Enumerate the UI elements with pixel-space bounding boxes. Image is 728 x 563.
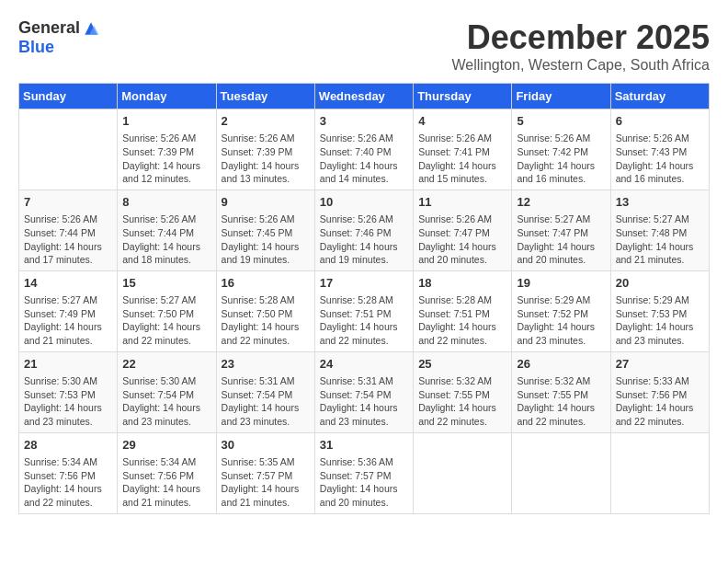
- calendar-cell: 17Sunrise: 5:28 AM Sunset: 7:51 PM Dayli…: [314, 270, 413, 351]
- header-wednesday: Wednesday: [314, 84, 413, 109]
- day-number: 19: [517, 275, 605, 292]
- calendar-cell: 11Sunrise: 5:26 AM Sunset: 7:47 PM Dayli…: [414, 190, 512, 270]
- day-info: Sunrise: 5:26 AM Sunset: 7:42 PM Dayligh…: [517, 132, 605, 186]
- calendar-week-row: 14Sunrise: 5:27 AM Sunset: 7:49 PM Dayli…: [19, 270, 710, 351]
- day-number: 31: [320, 437, 408, 454]
- day-info: Sunrise: 5:32 AM Sunset: 7:55 PM Dayligh…: [418, 374, 506, 429]
- day-info: Sunrise: 5:28 AM Sunset: 7:50 PM Dayligh…: [222, 293, 310, 348]
- calendar-cell: 7Sunrise: 5:26 AM Sunset: 7:44 PM Daylig…: [19, 190, 118, 270]
- day-info: Sunrise: 5:26 AM Sunset: 7:44 PM Dayligh…: [24, 213, 112, 267]
- day-info: Sunrise: 5:29 AM Sunset: 7:53 PM Dayligh…: [616, 293, 704, 348]
- day-info: Sunrise: 5:26 AM Sunset: 7:39 PM Dayligh…: [122, 132, 210, 186]
- day-info: Sunrise: 5:31 AM Sunset: 7:54 PM Dayligh…: [320, 374, 408, 429]
- calendar-cell: 21Sunrise: 5:30 AM Sunset: 7:53 PM Dayli…: [19, 351, 118, 432]
- day-info: Sunrise: 5:26 AM Sunset: 7:43 PM Dayligh…: [616, 132, 704, 186]
- calendar-week-row: 28Sunrise: 5:34 AM Sunset: 7:56 PM Dayli…: [19, 432, 710, 513]
- calendar-cell: 31Sunrise: 5:36 AM Sunset: 7:57 PM Dayli…: [314, 432, 413, 513]
- day-info: Sunrise: 5:26 AM Sunset: 7:41 PM Dayligh…: [418, 132, 506, 186]
- calendar-cell: 18Sunrise: 5:28 AM Sunset: 7:51 PM Dayli…: [414, 270, 512, 351]
- calendar-cell: 19Sunrise: 5:29 AM Sunset: 7:52 PM Dayli…: [512, 270, 610, 351]
- day-number: 27: [616, 356, 704, 373]
- day-info: Sunrise: 5:27 AM Sunset: 7:50 PM Dayligh…: [122, 293, 210, 348]
- day-info: Sunrise: 5:33 AM Sunset: 7:56 PM Dayligh…: [616, 374, 704, 429]
- day-info: Sunrise: 5:28 AM Sunset: 7:51 PM Dayligh…: [320, 293, 408, 348]
- day-number: 1: [122, 113, 210, 130]
- calendar-cell: 5Sunrise: 5:26 AM Sunset: 7:42 PM Daylig…: [512, 109, 610, 190]
- calendar-table: SundayMondayTuesdayWednesdayThursdayFrid…: [18, 83, 710, 514]
- calendar-cell: [414, 432, 512, 513]
- calendar-cell: 28Sunrise: 5:34 AM Sunset: 7:56 PM Dayli…: [19, 432, 118, 513]
- day-info: Sunrise: 5:26 AM Sunset: 7:39 PM Dayligh…: [222, 132, 310, 186]
- header-monday: Monday: [118, 84, 216, 109]
- calendar-cell: 2Sunrise: 5:26 AM Sunset: 7:39 PM Daylig…: [216, 109, 314, 190]
- calendar-cell: 24Sunrise: 5:31 AM Sunset: 7:54 PM Dayli…: [314, 351, 413, 432]
- day-info: Sunrise: 5:34 AM Sunset: 7:56 PM Dayligh…: [24, 455, 112, 510]
- day-number: 4: [418, 113, 506, 130]
- calendar-week-row: 21Sunrise: 5:30 AM Sunset: 7:53 PM Dayli…: [19, 351, 710, 432]
- day-number: 3: [320, 113, 408, 130]
- day-number: 20: [616, 275, 704, 292]
- calendar-cell: 3Sunrise: 5:26 AM Sunset: 7:40 PM Daylig…: [314, 109, 413, 190]
- day-number: 23: [222, 356, 310, 373]
- calendar-cell: 20Sunrise: 5:29 AM Sunset: 7:53 PM Dayli…: [610, 270, 709, 351]
- calendar-cell: 1Sunrise: 5:26 AM Sunset: 7:39 PM Daylig…: [118, 109, 216, 190]
- calendar-cell: [512, 432, 610, 513]
- day-number: 29: [122, 437, 210, 454]
- day-info: Sunrise: 5:26 AM Sunset: 7:45 PM Dayligh…: [222, 213, 310, 267]
- logo-icon: [82, 19, 100, 38]
- day-info: Sunrise: 5:35 AM Sunset: 7:57 PM Dayligh…: [222, 455, 310, 510]
- page-header: General Blue December 2025 Wellington, W…: [18, 18, 710, 74]
- day-info: Sunrise: 5:30 AM Sunset: 7:53 PM Dayligh…: [24, 374, 112, 429]
- day-number: 30: [222, 437, 310, 454]
- title-block: December 2025 Wellington, Western Cape, …: [452, 18, 710, 74]
- day-number: 26: [517, 356, 605, 373]
- calendar-cell: 26Sunrise: 5:32 AM Sunset: 7:55 PM Dayli…: [512, 351, 610, 432]
- day-number: 5: [517, 113, 605, 130]
- calendar-cell: 6Sunrise: 5:26 AM Sunset: 7:43 PM Daylig…: [610, 109, 709, 190]
- calendar-cell: 16Sunrise: 5:28 AM Sunset: 7:50 PM Dayli…: [216, 270, 314, 351]
- day-info: Sunrise: 5:31 AM Sunset: 7:54 PM Dayligh…: [222, 374, 310, 429]
- day-info: Sunrise: 5:34 AM Sunset: 7:56 PM Dayligh…: [122, 455, 210, 510]
- calendar-cell: [610, 432, 709, 513]
- day-number: 21: [24, 356, 112, 373]
- calendar-cell: 29Sunrise: 5:34 AM Sunset: 7:56 PM Dayli…: [118, 432, 216, 513]
- header-friday: Friday: [512, 84, 610, 109]
- calendar-cell: 10Sunrise: 5:26 AM Sunset: 7:46 PM Dayli…: [314, 190, 413, 270]
- day-number: 10: [320, 194, 408, 211]
- day-number: 25: [418, 356, 506, 373]
- day-number: 7: [24, 194, 112, 211]
- day-number: 17: [320, 275, 408, 292]
- calendar-title: December 2025: [452, 18, 710, 57]
- day-number: 22: [122, 356, 210, 373]
- logo-general-text: General: [18, 18, 80, 38]
- calendar-cell: 27Sunrise: 5:33 AM Sunset: 7:56 PM Dayli…: [610, 351, 709, 432]
- header-saturday: Saturday: [610, 84, 709, 109]
- day-info: Sunrise: 5:26 AM Sunset: 7:44 PM Dayligh…: [122, 213, 210, 267]
- day-info: Sunrise: 5:26 AM Sunset: 7:40 PM Dayligh…: [320, 132, 408, 186]
- header-tuesday: Tuesday: [216, 84, 314, 109]
- day-info: Sunrise: 5:29 AM Sunset: 7:52 PM Dayligh…: [517, 293, 605, 348]
- calendar-cell: 14Sunrise: 5:27 AM Sunset: 7:49 PM Dayli…: [19, 270, 118, 351]
- day-number: 12: [517, 194, 605, 211]
- header-thursday: Thursday: [414, 84, 512, 109]
- day-info: Sunrise: 5:26 AM Sunset: 7:46 PM Dayligh…: [320, 213, 408, 267]
- calendar-cell: 23Sunrise: 5:31 AM Sunset: 7:54 PM Dayli…: [216, 351, 314, 432]
- calendar-cell: 25Sunrise: 5:32 AM Sunset: 7:55 PM Dayli…: [414, 351, 512, 432]
- calendar-week-row: 1Sunrise: 5:26 AM Sunset: 7:39 PM Daylig…: [19, 109, 710, 190]
- calendar-cell: 30Sunrise: 5:35 AM Sunset: 7:57 PM Dayli…: [216, 432, 314, 513]
- day-number: 24: [320, 356, 408, 373]
- day-number: 2: [222, 113, 310, 130]
- day-number: 14: [24, 275, 112, 292]
- day-number: 8: [122, 194, 210, 211]
- day-info: Sunrise: 5:28 AM Sunset: 7:51 PM Dayligh…: [418, 293, 506, 348]
- calendar-week-row: 7Sunrise: 5:26 AM Sunset: 7:44 PM Daylig…: [19, 190, 710, 270]
- day-number: 13: [616, 194, 704, 211]
- calendar-cell: 9Sunrise: 5:26 AM Sunset: 7:45 PM Daylig…: [216, 190, 314, 270]
- calendar-cell: 22Sunrise: 5:30 AM Sunset: 7:54 PM Dayli…: [118, 351, 216, 432]
- calendar-cell: 12Sunrise: 5:27 AM Sunset: 7:47 PM Dayli…: [512, 190, 610, 270]
- calendar-cell: [19, 109, 118, 190]
- calendar-cell: 4Sunrise: 5:26 AM Sunset: 7:41 PM Daylig…: [414, 109, 512, 190]
- calendar-header-row: SundayMondayTuesdayWednesdayThursdayFrid…: [19, 84, 710, 109]
- day-info: Sunrise: 5:27 AM Sunset: 7:48 PM Dayligh…: [616, 213, 704, 267]
- day-info: Sunrise: 5:32 AM Sunset: 7:55 PM Dayligh…: [517, 374, 605, 429]
